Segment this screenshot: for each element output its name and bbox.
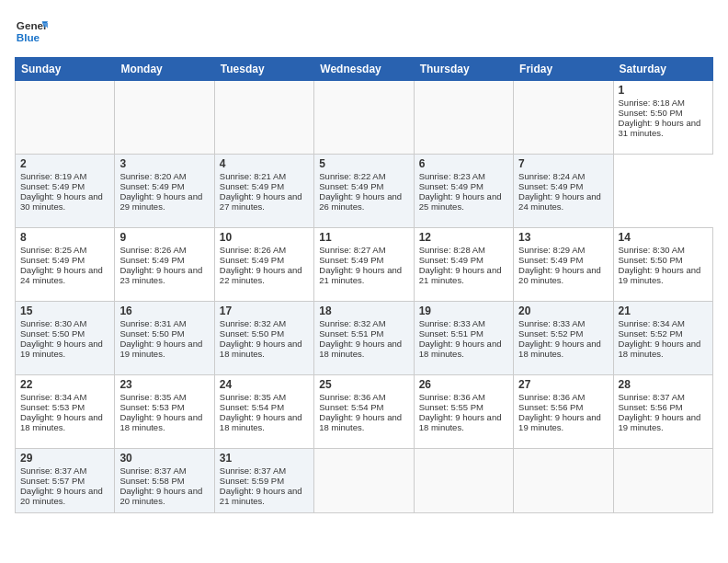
day-number: 30 bbox=[119, 452, 209, 465]
weekday-friday: Friday bbox=[514, 58, 613, 81]
sunrise-text: Sunrise: 8:21 AM bbox=[220, 171, 309, 181]
calendar-day-19: 19Sunrise: 8:33 AMSunset: 5:51 PMDayligh… bbox=[414, 302, 513, 375]
daylight-text: Daylight: 9 hours and 18 minutes. bbox=[20, 412, 109, 432]
calendar-table: SundayMondayTuesdayWednesdayThursdayFrid… bbox=[15, 57, 713, 513]
calendar-day-10: 10Sunrise: 8:26 AMSunset: 5:49 PMDayligh… bbox=[214, 228, 313, 302]
calendar-cell bbox=[314, 449, 414, 513]
sunset-text: Sunset: 5:50 PM bbox=[619, 255, 708, 265]
sunset-text: Sunset: 5:50 PM bbox=[20, 328, 109, 339]
daylight-text: Daylight: 9 hours and 18 minutes. bbox=[619, 339, 708, 359]
calendar-day-16: 16Sunrise: 8:31 AMSunset: 5:50 PMDayligh… bbox=[115, 302, 214, 375]
sunset-text: Sunset: 5:49 PM bbox=[518, 181, 608, 191]
calendar-cell bbox=[314, 81, 414, 155]
calendar-day-8: 8Sunrise: 8:25 AMSunset: 5:49 PMDaylight… bbox=[16, 228, 115, 302]
daylight-text: Daylight: 9 hours and 18 minutes. bbox=[220, 339, 309, 359]
sunset-text: Sunset: 5:54 PM bbox=[220, 402, 309, 412]
daylight-text: Daylight: 9 hours and 24 minutes. bbox=[518, 191, 608, 212]
daylight-text: Daylight: 9 hours and 18 minutes. bbox=[220, 412, 309, 432]
calendar-cell bbox=[414, 81, 513, 155]
daylight-text: Daylight: 9 hours and 18 minutes. bbox=[319, 339, 408, 359]
page: General Blue SundayMondayTuesdayWednesda… bbox=[0, 0, 728, 563]
daylight-text: Daylight: 9 hours and 19 minutes. bbox=[119, 339, 209, 359]
sunset-text: Sunset: 5:49 PM bbox=[319, 255, 408, 265]
day-number: 31 bbox=[220, 452, 309, 465]
header: General Blue bbox=[15, 15, 713, 48]
sunrise-text: Sunrise: 8:27 AM bbox=[319, 245, 408, 255]
calendar-day-17: 17Sunrise: 8:32 AMSunset: 5:50 PMDayligh… bbox=[214, 302, 313, 375]
daylight-text: Daylight: 9 hours and 18 minutes. bbox=[419, 412, 508, 432]
sunrise-text: Sunrise: 8:30 AM bbox=[20, 318, 109, 328]
calendar-cell bbox=[514, 449, 613, 513]
day-number: 22 bbox=[20, 378, 109, 391]
day-number: 11 bbox=[319, 231, 408, 244]
day-number: 16 bbox=[119, 304, 209, 317]
daylight-text: Daylight: 9 hours and 21 minutes. bbox=[220, 486, 309, 506]
day-number: 14 bbox=[619, 231, 708, 244]
sunset-text: Sunset: 5:49 PM bbox=[20, 181, 109, 191]
daylight-text: Daylight: 9 hours and 19 minutes. bbox=[619, 412, 708, 432]
sunrise-text: Sunrise: 8:28 AM bbox=[419, 245, 508, 255]
calendar-day-18: 18Sunrise: 8:32 AMSunset: 5:51 PMDayligh… bbox=[314, 302, 414, 375]
daylight-text: Daylight: 9 hours and 20 minutes. bbox=[518, 265, 608, 285]
calendar-cell bbox=[16, 81, 115, 155]
calendar-cell bbox=[613, 449, 712, 513]
weekday-sunday: Sunday bbox=[16, 58, 115, 81]
sunrise-text: Sunrise: 8:23 AM bbox=[419, 171, 508, 181]
day-number: 2 bbox=[20, 157, 109, 170]
weekday-header-row: SundayMondayTuesdayWednesdayThursdayFrid… bbox=[16, 58, 713, 81]
sunset-text: Sunset: 5:49 PM bbox=[518, 255, 608, 265]
calendar-day-4: 4Sunrise: 8:21 AMSunset: 5:49 PMDaylight… bbox=[214, 155, 313, 228]
calendar-week-3: 8Sunrise: 8:25 AMSunset: 5:49 PMDaylight… bbox=[16, 228, 713, 302]
daylight-text: Daylight: 9 hours and 20 minutes. bbox=[119, 486, 209, 506]
sunset-text: Sunset: 5:52 PM bbox=[619, 328, 708, 339]
sunset-text: Sunset: 5:49 PM bbox=[119, 255, 209, 265]
svg-text:General: General bbox=[17, 19, 48, 31]
sunrise-text: Sunrise: 8:36 AM bbox=[419, 392, 508, 402]
sunrise-text: Sunrise: 8:19 AM bbox=[20, 171, 109, 181]
calendar-day-12: 12Sunrise: 8:28 AMSunset: 5:49 PMDayligh… bbox=[414, 228, 513, 302]
daylight-text: Daylight: 9 hours and 19 minutes. bbox=[20, 339, 109, 359]
sunrise-text: Sunrise: 8:37 AM bbox=[119, 465, 209, 476]
calendar-day-3: 3Sunrise: 8:20 AMSunset: 5:49 PMDaylight… bbox=[115, 155, 214, 228]
calendar-day-22: 22Sunrise: 8:34 AMSunset: 5:53 PMDayligh… bbox=[16, 375, 115, 449]
sunrise-text: Sunrise: 8:36 AM bbox=[518, 392, 608, 402]
daylight-text: Daylight: 9 hours and 24 minutes. bbox=[20, 265, 109, 285]
sunrise-text: Sunrise: 8:22 AM bbox=[319, 171, 408, 181]
calendar-day-7: 7Sunrise: 8:24 AMSunset: 5:49 PMDaylight… bbox=[514, 155, 613, 228]
sunrise-text: Sunrise: 8:30 AM bbox=[619, 245, 708, 255]
sunset-text: Sunset: 5:57 PM bbox=[20, 476, 109, 486]
day-number: 27 bbox=[518, 378, 608, 391]
sunrise-text: Sunrise: 8:37 AM bbox=[20, 465, 109, 476]
day-number: 23 bbox=[119, 378, 209, 391]
sunset-text: Sunset: 5:55 PM bbox=[419, 402, 508, 412]
calendar-day-5: 5Sunrise: 8:22 AMSunset: 5:49 PMDaylight… bbox=[314, 155, 414, 228]
sunset-text: Sunset: 5:50 PM bbox=[220, 328, 309, 339]
day-number: 8 bbox=[20, 231, 109, 244]
day-number: 21 bbox=[619, 304, 708, 317]
calendar-day-23: 23Sunrise: 8:35 AMSunset: 5:53 PMDayligh… bbox=[115, 375, 214, 449]
sunrise-text: Sunrise: 8:33 AM bbox=[518, 318, 608, 328]
calendar-day-1: 1Sunrise: 8:18 AMSunset: 5:50 PMDaylight… bbox=[613, 81, 712, 155]
sunset-text: Sunset: 5:49 PM bbox=[319, 181, 408, 191]
calendar-week-5: 22Sunrise: 8:34 AMSunset: 5:53 PMDayligh… bbox=[16, 375, 713, 449]
sunset-text: Sunset: 5:50 PM bbox=[119, 328, 209, 339]
calendar-day-25: 25Sunrise: 8:36 AMSunset: 5:54 PMDayligh… bbox=[314, 375, 414, 449]
sunrise-text: Sunrise: 8:37 AM bbox=[619, 392, 708, 402]
day-number: 5 bbox=[319, 157, 408, 170]
sunset-text: Sunset: 5:54 PM bbox=[319, 402, 408, 412]
day-number: 20 bbox=[518, 304, 608, 317]
svg-text:Blue: Blue bbox=[17, 31, 40, 43]
sunset-text: Sunset: 5:49 PM bbox=[119, 181, 209, 191]
day-number: 4 bbox=[220, 157, 309, 170]
calendar-day-14: 14Sunrise: 8:30 AMSunset: 5:50 PMDayligh… bbox=[613, 228, 712, 302]
weekday-tuesday: Tuesday bbox=[214, 58, 313, 81]
sunrise-text: Sunrise: 8:25 AM bbox=[20, 245, 109, 255]
daylight-text: Daylight: 9 hours and 20 minutes. bbox=[20, 486, 109, 506]
daylight-text: Daylight: 9 hours and 26 minutes. bbox=[319, 191, 408, 212]
day-number: 19 bbox=[419, 304, 508, 317]
calendar-day-30: 30Sunrise: 8:37 AMSunset: 5:58 PMDayligh… bbox=[115, 449, 214, 513]
calendar-day-13: 13Sunrise: 8:29 AMSunset: 5:49 PMDayligh… bbox=[514, 228, 613, 302]
sunrise-text: Sunrise: 8:35 AM bbox=[220, 392, 309, 402]
daylight-text: Daylight: 9 hours and 18 minutes. bbox=[518, 339, 608, 359]
day-number: 12 bbox=[419, 231, 508, 244]
